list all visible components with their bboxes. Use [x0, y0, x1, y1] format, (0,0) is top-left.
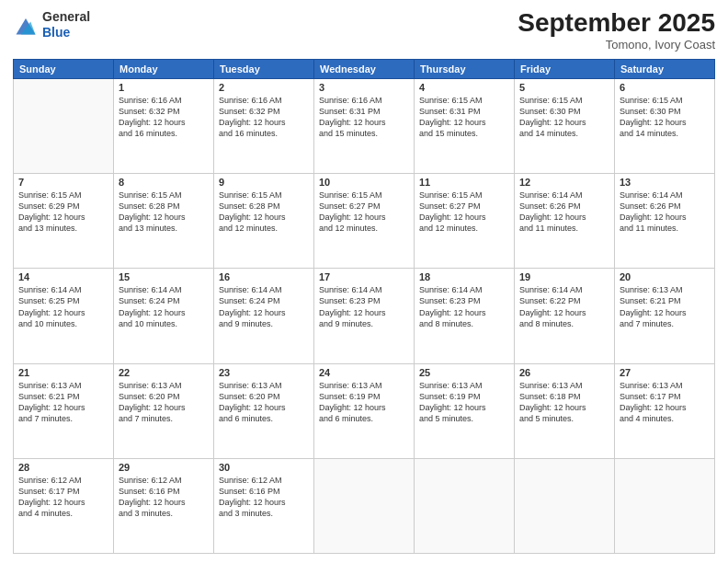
day-number: 21 — [18, 367, 108, 378]
table-row: 27Sunrise: 6:13 AM Sunset: 6:17 PM Dayli… — [615, 363, 715, 458]
day-number: 19 — [519, 271, 609, 282]
table-row: 4Sunrise: 6:15 AM Sunset: 6:31 PM Daylig… — [415, 78, 515, 173]
day-info: Sunrise: 6:13 AM Sunset: 6:17 PM Dayligh… — [620, 380, 710, 425]
day-info: Sunrise: 6:15 AM Sunset: 6:28 PM Dayligh… — [219, 190, 309, 235]
table-row: 20Sunrise: 6:13 AM Sunset: 6:21 PM Dayli… — [615, 269, 715, 363]
table-row: 22Sunrise: 6:13 AM Sunset: 6:20 PM Dayli… — [114, 363, 214, 458]
calendar-header-row: Sunday Monday Tuesday Wednesday Thursday… — [14, 59, 715, 78]
day-info: Sunrise: 6:14 AM Sunset: 6:26 PM Dayligh… — [519, 190, 609, 235]
table-row — [415, 458, 515, 553]
day-info: Sunrise: 6:12 AM Sunset: 6:16 PM Dayligh… — [119, 475, 209, 520]
table-row: 26Sunrise: 6:13 AM Sunset: 6:18 PM Dayli… — [515, 363, 615, 458]
table-row: 14Sunrise: 6:14 AM Sunset: 6:25 PM Dayli… — [14, 269, 114, 363]
table-row: 21Sunrise: 6:13 AM Sunset: 6:21 PM Dayli… — [14, 363, 114, 458]
calendar-week-row: 21Sunrise: 6:13 AM Sunset: 6:21 PM Dayli… — [14, 363, 715, 458]
day-info: Sunrise: 6:14 AM Sunset: 6:26 PM Dayligh… — [620, 190, 710, 235]
day-number: 23 — [219, 367, 309, 378]
day-number: 30 — [219, 462, 309, 473]
day-number: 20 — [620, 271, 710, 282]
table-row: 19Sunrise: 6:14 AM Sunset: 6:22 PM Dayli… — [515, 269, 615, 363]
day-info: Sunrise: 6:13 AM Sunset: 6:19 PM Dayligh… — [319, 380, 409, 425]
day-number: 15 — [119, 271, 209, 282]
table-row: 24Sunrise: 6:13 AM Sunset: 6:19 PM Dayli… — [314, 363, 415, 458]
table-row: 28Sunrise: 6:12 AM Sunset: 6:17 PM Dayli… — [14, 458, 114, 553]
day-number: 8 — [119, 177, 209, 188]
table-row: 25Sunrise: 6:13 AM Sunset: 6:19 PM Dayli… — [415, 363, 515, 458]
day-number: 17 — [319, 271, 409, 282]
day-info: Sunrise: 6:13 AM Sunset: 6:20 PM Dayligh… — [119, 380, 209, 425]
day-number: 11 — [419, 177, 509, 188]
day-info: Sunrise: 6:13 AM Sunset: 6:19 PM Dayligh… — [419, 380, 509, 425]
table-row: 13Sunrise: 6:14 AM Sunset: 6:26 PM Dayli… — [615, 174, 715, 269]
day-info: Sunrise: 6:13 AM Sunset: 6:18 PM Dayligh… — [519, 380, 609, 425]
table-row: 1Sunrise: 6:16 AM Sunset: 6:32 PM Daylig… — [114, 78, 214, 173]
calendar-week-row: 1Sunrise: 6:16 AM Sunset: 6:32 PM Daylig… — [14, 78, 715, 173]
table-row: 3Sunrise: 6:16 AM Sunset: 6:31 PM Daylig… — [314, 78, 415, 173]
calendar-week-row: 28Sunrise: 6:12 AM Sunset: 6:17 PM Dayli… — [14, 458, 715, 553]
day-info: Sunrise: 6:15 AM Sunset: 6:27 PM Dayligh… — [319, 190, 409, 235]
table-row: 5Sunrise: 6:15 AM Sunset: 6:30 PM Daylig… — [515, 78, 615, 173]
table-row — [314, 458, 415, 553]
day-info: Sunrise: 6:14 AM Sunset: 6:24 PM Dayligh… — [119, 284, 209, 329]
day-info: Sunrise: 6:14 AM Sunset: 6:24 PM Dayligh… — [219, 284, 309, 329]
calendar-table: Sunday Monday Tuesday Wednesday Thursday… — [13, 59, 715, 554]
day-number: 13 — [620, 177, 710, 188]
day-info: Sunrise: 6:12 AM Sunset: 6:16 PM Dayligh… — [219, 475, 309, 520]
day-number: 22 — [119, 367, 209, 378]
table-row: 11Sunrise: 6:15 AM Sunset: 6:27 PM Dayli… — [415, 174, 515, 269]
calendar-week-row: 7Sunrise: 6:15 AM Sunset: 6:29 PM Daylig… — [14, 174, 715, 269]
day-number: 7 — [18, 177, 108, 188]
day-info: Sunrise: 6:16 AM Sunset: 6:32 PM Dayligh… — [219, 95, 309, 140]
day-info: Sunrise: 6:16 AM Sunset: 6:32 PM Dayligh… — [119, 95, 209, 140]
col-thursday: Thursday — [415, 59, 515, 78]
table-row: 2Sunrise: 6:16 AM Sunset: 6:32 PM Daylig… — [214, 78, 314, 173]
day-info: Sunrise: 6:12 AM Sunset: 6:17 PM Dayligh… — [18, 475, 108, 520]
day-info: Sunrise: 6:13 AM Sunset: 6:21 PM Dayligh… — [18, 380, 108, 425]
table-row: 16Sunrise: 6:14 AM Sunset: 6:24 PM Dayli… — [214, 269, 314, 363]
col-monday: Monday — [114, 59, 214, 78]
table-row — [615, 458, 715, 553]
logo-text: General Blue — [42, 9, 90, 40]
day-number: 9 — [219, 177, 309, 188]
day-number: 18 — [419, 271, 509, 282]
table-row — [14, 78, 114, 173]
col-friday: Friday — [515, 59, 615, 78]
day-number: 24 — [319, 367, 409, 378]
day-info: Sunrise: 6:13 AM Sunset: 6:21 PM Dayligh… — [620, 284, 710, 329]
table-row: 23Sunrise: 6:13 AM Sunset: 6:20 PM Dayli… — [214, 363, 314, 458]
day-number: 25 — [419, 367, 509, 378]
day-info: Sunrise: 6:13 AM Sunset: 6:20 PM Dayligh… — [219, 380, 309, 425]
day-info: Sunrise: 6:16 AM Sunset: 6:31 PM Dayligh… — [319, 95, 409, 140]
logo-general: General — [42, 9, 90, 25]
table-row: 15Sunrise: 6:14 AM Sunset: 6:24 PM Dayli… — [114, 269, 214, 363]
title-area: September 2025 Tomono, Ivory Coast — [518, 9, 715, 52]
page-header: General Blue September 2025 Tomono, Ivor… — [13, 9, 715, 52]
table-row: 10Sunrise: 6:15 AM Sunset: 6:27 PM Dayli… — [314, 174, 415, 269]
table-row — [515, 458, 615, 553]
col-tuesday: Tuesday — [214, 59, 314, 78]
day-number: 10 — [319, 177, 409, 188]
day-number: 27 — [620, 367, 710, 378]
day-info: Sunrise: 6:15 AM Sunset: 6:29 PM Dayligh… — [18, 190, 108, 235]
table-row: 6Sunrise: 6:15 AM Sunset: 6:30 PM Daylig… — [615, 78, 715, 173]
table-row: 9Sunrise: 6:15 AM Sunset: 6:28 PM Daylig… — [214, 174, 314, 269]
calendar-week-row: 14Sunrise: 6:14 AM Sunset: 6:25 PM Dayli… — [14, 269, 715, 363]
table-row: 18Sunrise: 6:14 AM Sunset: 6:23 PM Dayli… — [415, 269, 515, 363]
table-row: 8Sunrise: 6:15 AM Sunset: 6:28 PM Daylig… — [114, 174, 214, 269]
day-number: 1 — [119, 82, 209, 93]
day-info: Sunrise: 6:15 AM Sunset: 6:27 PM Dayligh… — [419, 190, 509, 235]
day-number: 16 — [219, 271, 309, 282]
day-number: 29 — [119, 462, 209, 473]
month-title: September 2025 — [518, 9, 715, 38]
table-row: 7Sunrise: 6:15 AM Sunset: 6:29 PM Daylig… — [14, 174, 114, 269]
day-info: Sunrise: 6:14 AM Sunset: 6:22 PM Dayligh… — [519, 284, 609, 329]
day-info: Sunrise: 6:15 AM Sunset: 6:31 PM Dayligh… — [419, 95, 509, 140]
day-number: 12 — [519, 177, 609, 188]
col-wednesday: Wednesday — [314, 59, 415, 78]
location-subtitle: Tomono, Ivory Coast — [518, 38, 715, 52]
day-info: Sunrise: 6:14 AM Sunset: 6:23 PM Dayligh… — [419, 284, 509, 329]
table-row: 29Sunrise: 6:12 AM Sunset: 6:16 PM Dayli… — [114, 458, 214, 553]
day-number: 6 — [620, 82, 710, 93]
day-info: Sunrise: 6:15 AM Sunset: 6:30 PM Dayligh… — [620, 95, 710, 140]
day-number: 5 — [519, 82, 609, 93]
